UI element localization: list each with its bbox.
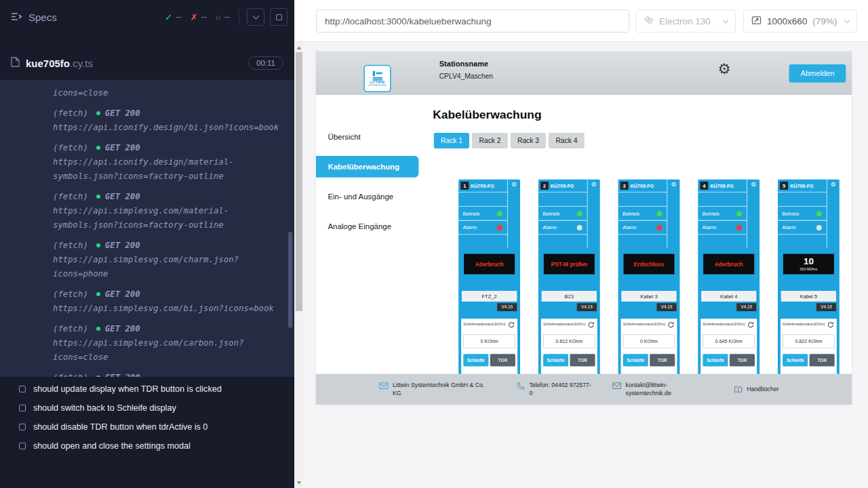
measurement-panel: Schleifenwiderstand [kOhm] 0 KOhm Schlei… [461, 319, 517, 376]
card-gear-column: ⚙ [587, 180, 600, 248]
logo-subtitle: SYSTEMTECHNIK [368, 85, 387, 87]
resistance-label: Schleifenwiderstand [kOhm] [783, 321, 825, 326]
log-entry[interactable]: (fetch)GET 200 https://api.simplesvg.com… [53, 287, 281, 316]
log-entry[interactable]: (fetch)GET 200 https://api.simplesvg.com… [53, 322, 281, 365]
betrieb-row: Betrieb [778, 207, 827, 221]
pending-icon: ○ [216, 12, 221, 22]
reporter-scrollbar-thumb[interactable] [288, 232, 292, 328]
log-entry[interactable]: (fetch)GET 200 https://api.simplesvg.com… [53, 371, 281, 377]
browser-select[interactable]: Electron 130 [635, 9, 736, 33]
chevron-down-icon [252, 13, 259, 20]
alarm-row: Alarm [538, 221, 587, 235]
status-display: Erdschluss [623, 254, 674, 274]
schleife-button[interactable]: Schleife [463, 354, 488, 366]
test-item[interactable]: should switch back to Schleife display [0, 399, 294, 418]
sidebar-item-analoge-eingaenge[interactable]: Analoge Eingänge [316, 211, 419, 241]
refresh-icon[interactable] [587, 321, 595, 329]
tab-rack-2[interactable]: Rack 2 [472, 133, 508, 148]
status-display: PST-M prüfen [544, 254, 595, 274]
resistance-value: 0 KOhm [623, 334, 675, 348]
betrieb-label: Betrieb [623, 211, 639, 217]
tdr-button[interactable]: TDR [650, 354, 675, 366]
logout-button[interactable]: Abmelden [789, 64, 846, 83]
card-header: 4 KÜ705-FO [698, 180, 747, 192]
card-settings-icon[interactable]: ⚙ [831, 182, 836, 188]
reporter-toolbar: Specs ✓-- ✗-- ○-- [0, 0, 294, 34]
test-item[interactable]: should disable TDR button when tdrActive… [0, 418, 294, 436]
log-event: (fetch) [53, 289, 88, 299]
spec-header[interactable]: kue705fo .cy.ts 00:11 [0, 50, 294, 76]
specs-list-icon [11, 12, 22, 23]
tdr-button[interactable]: TDR [730, 354, 755, 366]
email-address: kontakt@littwin- systemtechnik.de [626, 382, 671, 397]
viewport-select[interactable]: 1000x660 (79%) [743, 9, 857, 33]
passed-icon: ✓ [165, 12, 172, 22]
collapse-log-button[interactable] [247, 8, 264, 26]
card-settings-icon[interactable]: ⚙ [671, 182, 676, 188]
card-settings-icon[interactable]: ⚙ [751, 182, 756, 188]
log-url: https://api.simplesvg.com/charm.json? ic… [53, 253, 281, 281]
log-entry[interactable]: (fetch)GET 200 https://api.simplesvg.com… [53, 190, 281, 232]
tdr-button[interactable]: TDR [810, 354, 835, 366]
scrollbar-thumb[interactable] [296, 52, 302, 311]
card-settings-icon[interactable]: ⚙ [511, 182, 517, 188]
stop-run-button[interactable] [270, 8, 288, 26]
refresh-icon[interactable] [746, 321, 755, 329]
spec-file-icon [11, 57, 20, 70]
sidebar-item-uebersicht[interactable]: Übersicht [316, 121, 419, 151]
footer-manuals[interactable]: Handbücher [734, 386, 778, 394]
schleife-button[interactable]: Schleife [543, 354, 568, 366]
alarm-label: Alarm [462, 224, 477, 230]
tab-rack-1[interactable]: Rack 1 [434, 133, 470, 148]
card-number: 3 [620, 182, 629, 190]
alarm-label: Alarm [542, 224, 557, 230]
schleife-button[interactable]: Schleife [623, 354, 648, 366]
vertical-scrollbar[interactable] [294, 42, 303, 488]
sidebar-item-ein-und-ausgaenge[interactable]: Ein- und Ausgänge [316, 182, 419, 211]
alarm-led-icon [736, 225, 742, 230]
log-entry[interactable]: (fetch)GET 200 https://api.iconify.desig… [53, 106, 281, 135]
sidebar-item-kabelueberwachung[interactable]: Kabelüberwachung [316, 156, 419, 178]
card-gear-column: ⚙ [507, 180, 520, 248]
card-settings-icon[interactable]: ⚙ [591, 182, 597, 188]
station-value: CPLV4_Maschen [439, 72, 493, 80]
resistance-value: 0.822 KOhm [783, 334, 835, 348]
book-icon [734, 386, 743, 394]
refresh-icon[interactable] [667, 321, 675, 329]
specs-label: Specs [28, 12, 57, 23]
tdr-button[interactable]: TDR [570, 354, 595, 366]
specs-menu-button[interactable]: Specs [11, 12, 57, 23]
chevron-down-icon [723, 17, 728, 22]
failed-icon: ✗ [191, 12, 198, 22]
alarm-row: Alarm [458, 221, 507, 235]
scroll-down-arrow-icon[interactable] [294, 478, 303, 487]
alarm-label: Alarm [623, 224, 637, 230]
tdr-button[interactable]: TDR [490, 354, 515, 366]
settings-gear-icon[interactable]: ⚙ [718, 62, 731, 77]
url-input[interactable] [316, 9, 629, 33]
refresh-icon[interactable] [507, 321, 515, 329]
log-entry[interactable]: (fetch)GET 200 https://api.simplesvg.com… [53, 239, 281, 281]
betrieb-row: Betrieb [538, 207, 587, 221]
test-item[interactable]: should open and close the settings modal [0, 436, 294, 455]
command-log[interactable]: icons=close (fetch)GET 200 https://api.i… [0, 80, 294, 377]
viewport-icon [751, 16, 762, 27]
schleife-button[interactable]: Schleife [783, 354, 808, 366]
cypress-reporter: Specs ✓-- ✗-- ○-- kue705fo .cy.ts 00:11 … [0, 0, 294, 488]
scroll-up-arrow-icon[interactable] [294, 43, 303, 52]
alarm-row: Alarm [698, 221, 747, 235]
card-gear-column: ⚙ [827, 180, 840, 248]
test-box-icon [19, 405, 26, 411]
test-item[interactable]: should update display when TDR button is… [0, 380, 294, 399]
tab-rack-4[interactable]: Rack 4 [549, 133, 585, 148]
passed-count: -- [176, 12, 181, 22]
betrieb-row: Betrieb [618, 207, 667, 221]
tab-rack-3[interactable]: Rack 3 [511, 133, 547, 148]
status-display: Aderbruch [703, 254, 754, 274]
test-list: should update display when TDR button is… [0, 380, 294, 455]
schleife-button[interactable]: Schleife [703, 354, 728, 366]
refresh-icon[interactable] [826, 321, 835, 329]
logo-title: LITTWIN [370, 81, 384, 84]
log-entry[interactable]: (fetch)GET 200 https://api.iconify.desig… [53, 141, 281, 184]
device-card: 4 KÜ705-FO ⚙ Betrieb Alarm Aderbruch [698, 180, 760, 379]
